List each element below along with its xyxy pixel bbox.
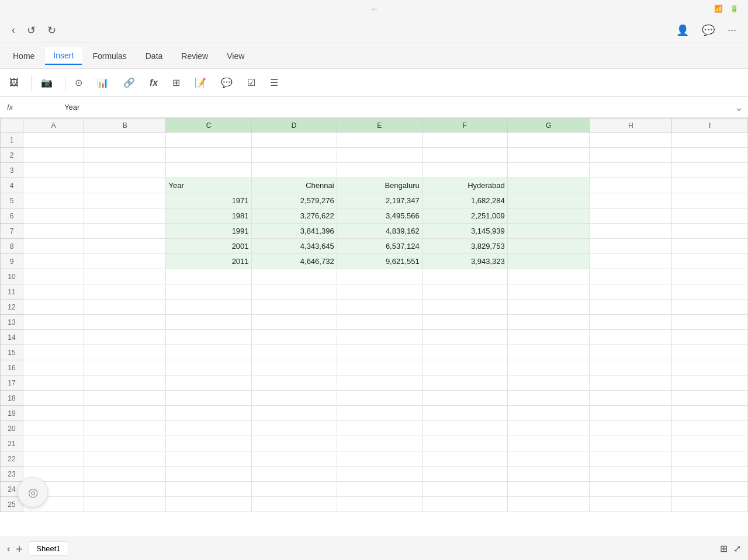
link-button[interactable]: 🔗 bbox=[119, 74, 143, 91]
tab-insert[interactable]: Insert bbox=[45, 47, 82, 65]
cell-2-4[interactable] bbox=[251, 148, 337, 163]
cell-9-5[interactable]: 9,621,551 bbox=[337, 254, 422, 269]
cell-22-7[interactable] bbox=[507, 451, 590, 467]
cell-15-2[interactable] bbox=[84, 345, 166, 360]
cell-10-7[interactable] bbox=[507, 269, 590, 284]
cell-21-2[interactable] bbox=[84, 436, 166, 451]
checkbox-button[interactable]: ☑ bbox=[243, 74, 263, 91]
cell-12-4[interactable] bbox=[251, 300, 337, 315]
cell-18-9[interactable] bbox=[672, 391, 748, 406]
scroll-left-button[interactable]: ‹ bbox=[7, 544, 10, 554]
add-sheet-button[interactable]: ＋ bbox=[13, 541, 25, 556]
cell-17-7[interactable] bbox=[507, 375, 590, 391]
cell-8-7[interactable] bbox=[507, 239, 590, 254]
cell-14-8[interactable] bbox=[590, 330, 672, 345]
cell-24-9[interactable] bbox=[672, 482, 748, 497]
cell-10-9[interactable] bbox=[672, 269, 748, 284]
cell-11-9[interactable] bbox=[672, 284, 748, 300]
cell-15-5[interactable] bbox=[337, 345, 422, 360]
cell-23-2[interactable] bbox=[84, 467, 166, 482]
cell-10-3[interactable] bbox=[166, 269, 251, 284]
cell-16-9[interactable] bbox=[672, 360, 748, 375]
image-button[interactable]: 🖼 bbox=[5, 75, 26, 91]
cell-18-3[interactable] bbox=[166, 391, 251, 406]
cell-5-8[interactable] bbox=[590, 193, 672, 208]
cell-14-3[interactable] bbox=[166, 330, 251, 345]
cell-14-1[interactable] bbox=[23, 330, 84, 345]
cell-13-1[interactable] bbox=[23, 315, 84, 330]
cell-12-9[interactable] bbox=[672, 300, 748, 315]
cell-5-3[interactable]: 1971 bbox=[166, 193, 251, 208]
tab-formulas[interactable]: Formulas bbox=[84, 48, 134, 64]
cell-1-5[interactable] bbox=[337, 133, 422, 148]
cell-24-6[interactable] bbox=[422, 482, 507, 497]
cell-16-5[interactable] bbox=[337, 360, 422, 375]
cell-6-3[interactable]: 1981 bbox=[166, 208, 251, 224]
cell-12-3[interactable] bbox=[166, 300, 251, 315]
cell-6-5[interactable]: 3,495,566 bbox=[337, 208, 422, 224]
cell-4-2[interactable] bbox=[84, 178, 166, 193]
cell-23-9[interactable] bbox=[672, 467, 748, 482]
cell-22-6[interactable] bbox=[422, 451, 507, 467]
cell-7-7[interactable] bbox=[507, 224, 590, 239]
cell-23-4[interactable] bbox=[251, 467, 337, 482]
formula-expand-button[interactable]: ⌄ bbox=[735, 101, 743, 114]
cell-15-7[interactable] bbox=[507, 345, 590, 360]
cell-6-4[interactable]: 3,276,622 bbox=[251, 208, 337, 224]
cell-3-8[interactable] bbox=[590, 163, 672, 178]
cell-23-7[interactable] bbox=[507, 467, 590, 482]
col-header-F[interactable]: F bbox=[422, 119, 507, 133]
cell-19-8[interactable] bbox=[590, 406, 672, 421]
cell-3-5[interactable] bbox=[337, 163, 422, 178]
cell-21-5[interactable] bbox=[337, 436, 422, 451]
cell-25-2[interactable] bbox=[84, 497, 166, 512]
cell-19-5[interactable] bbox=[337, 406, 422, 421]
cell-6-8[interactable] bbox=[590, 208, 672, 224]
note-button[interactable]: 📝 bbox=[190, 74, 214, 91]
cell-16-8[interactable] bbox=[590, 360, 672, 375]
fullscreen-button[interactable]: ⤢ bbox=[733, 543, 741, 554]
cell-8-3[interactable]: 2001 bbox=[166, 239, 251, 254]
cell-14-6[interactable] bbox=[422, 330, 507, 345]
cell-24-2[interactable] bbox=[84, 482, 166, 497]
cell-12-1[interactable] bbox=[23, 300, 84, 315]
cell-11-5[interactable] bbox=[337, 284, 422, 300]
cell-15-9[interactable] bbox=[672, 345, 748, 360]
cell-17-5[interactable] bbox=[337, 375, 422, 391]
col-header-E[interactable]: E bbox=[337, 119, 422, 133]
cell-5-2[interactable] bbox=[84, 193, 166, 208]
cell-3-7[interactable] bbox=[507, 163, 590, 178]
function-button[interactable]: fx bbox=[145, 75, 165, 91]
cell-11-8[interactable] bbox=[590, 284, 672, 300]
cell-17-3[interactable] bbox=[166, 375, 251, 391]
cell-12-7[interactable] bbox=[507, 300, 590, 315]
cell-25-7[interactable] bbox=[507, 497, 590, 512]
tab-view[interactable]: View bbox=[219, 48, 252, 64]
cell-1-8[interactable] bbox=[590, 133, 672, 148]
cell-11-4[interactable] bbox=[251, 284, 337, 300]
cell-21-3[interactable] bbox=[166, 436, 251, 451]
cell-15-6[interactable] bbox=[422, 345, 507, 360]
cell-16-2[interactable] bbox=[84, 360, 166, 375]
cell-21-1[interactable] bbox=[23, 436, 84, 451]
cell-3-1[interactable] bbox=[23, 163, 84, 178]
col-header-C[interactable]: C bbox=[166, 119, 251, 133]
cell-21-7[interactable] bbox=[507, 436, 590, 451]
cell-12-6[interactable] bbox=[422, 300, 507, 315]
cell-3-2[interactable] bbox=[84, 163, 166, 178]
cell-4-8[interactable] bbox=[590, 178, 672, 193]
cell-24-7[interactable] bbox=[507, 482, 590, 497]
cell-8-9[interactable] bbox=[672, 239, 748, 254]
cell-7-8[interactable] bbox=[590, 224, 672, 239]
cell-20-9[interactable] bbox=[672, 421, 748, 436]
cell-24-4[interactable] bbox=[251, 482, 337, 497]
cell-4-5[interactable]: Bengaluru bbox=[337, 178, 422, 193]
cell-7-9[interactable] bbox=[672, 224, 748, 239]
cell-7-3[interactable]: 1991 bbox=[166, 224, 251, 239]
col-header-I[interactable]: I bbox=[672, 119, 748, 133]
cell-11-2[interactable] bbox=[84, 284, 166, 300]
cell-9-3[interactable]: 2011 bbox=[166, 254, 251, 269]
cell-18-5[interactable] bbox=[337, 391, 422, 406]
cell-13-2[interactable] bbox=[84, 315, 166, 330]
cell-6-1[interactable] bbox=[23, 208, 84, 224]
